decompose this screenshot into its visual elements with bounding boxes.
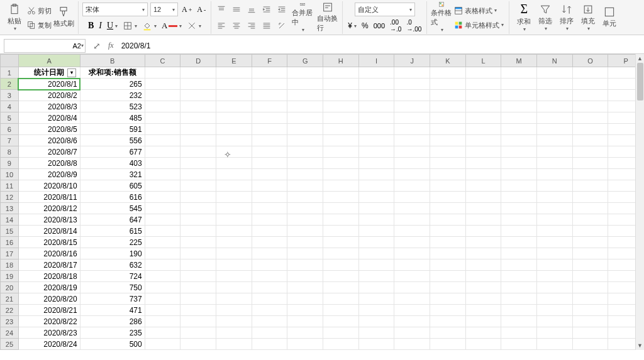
cell[interactable] <box>323 237 359 248</box>
cell[interactable] <box>430 282 465 293</box>
cell[interactable] <box>465 305 501 316</box>
align-middle-button[interactable] <box>230 3 243 16</box>
cell[interactable] <box>394 192 430 203</box>
cell[interactable] <box>430 135 465 146</box>
cell[interactable] <box>430 112 465 124</box>
cell[interactable]: 190 <box>80 248 145 259</box>
col-header-M[interactable]: M <box>501 55 537 67</box>
row-header[interactable]: 11 <box>1 180 19 192</box>
cell[interactable] <box>145 316 180 327</box>
cell-style-button[interactable]: 单元格样式▾ <box>452 18 505 32</box>
cell[interactable] <box>145 90 180 101</box>
cell[interactable] <box>287 271 323 282</box>
cell[interactable]: 750 <box>80 282 145 293</box>
cell[interactable] <box>323 339 359 350</box>
cell[interactable] <box>252 237 287 248</box>
cell[interactable] <box>572 271 608 282</box>
table-style-button[interactable]: 表格样式▾ <box>452 4 498 18</box>
cell[interactable]: 677 <box>80 146 145 158</box>
cell[interactable] <box>394 135 430 146</box>
cell[interactable] <box>287 316 323 327</box>
cell[interactable] <box>465 79 501 90</box>
cell[interactable] <box>180 214 216 226</box>
cell[interactable] <box>536 79 572 90</box>
cell[interactable] <box>145 192 180 203</box>
cell[interactable] <box>572 259 608 271</box>
cell[interactable] <box>572 203 608 214</box>
cell[interactable] <box>536 158 572 169</box>
cell[interactable] <box>501 203 537 214</box>
cell-button[interactable]: 单元 <box>599 1 620 33</box>
cell[interactable] <box>572 158 608 169</box>
row-header[interactable]: 22 <box>1 305 19 316</box>
copy-button[interactable]: 复制 <box>25 18 53 32</box>
cell[interactable] <box>216 327 252 339</box>
cell[interactable] <box>180 293 216 305</box>
cell[interactable] <box>252 112 287 124</box>
cell[interactable] <box>572 146 608 158</box>
fill-button[interactable]: 填充▾ <box>577 1 599 33</box>
col-header-K[interactable]: K <box>430 55 465 67</box>
cell[interactable] <box>536 214 572 226</box>
cell[interactable]: 2020/8/6 <box>18 135 80 146</box>
cell[interactable] <box>501 180 537 192</box>
cell[interactable] <box>252 146 287 158</box>
cell[interactable] <box>430 146 465 158</box>
decrease-indent-button[interactable] <box>260 3 273 16</box>
cell[interactable] <box>216 180 252 192</box>
cell[interactable] <box>323 203 359 214</box>
cell[interactable] <box>430 180 465 192</box>
cell[interactable] <box>252 248 287 259</box>
cell[interactable]: 632 <box>80 259 145 271</box>
cell[interactable] <box>358 305 394 316</box>
cell[interactable] <box>145 79 180 90</box>
cell[interactable] <box>572 112 608 124</box>
row-header[interactable]: 6 <box>1 124 19 135</box>
cell[interactable] <box>394 214 430 226</box>
cell[interactable] <box>216 112 252 124</box>
cell[interactable] <box>394 248 430 259</box>
cell[interactable]: 403 <box>80 158 145 169</box>
cell[interactable] <box>145 67 180 79</box>
font-color-button[interactable]: A▾ <box>160 19 183 33</box>
cell[interactable]: 2020/8/10 <box>18 180 80 192</box>
cell[interactable] <box>358 327 394 339</box>
cell[interactable] <box>287 192 323 203</box>
cell[interactable] <box>252 259 287 271</box>
col-header-F[interactable]: F <box>252 55 287 67</box>
cell[interactable] <box>501 248 537 259</box>
cell[interactable] <box>465 282 501 293</box>
cell[interactable] <box>394 169 430 180</box>
cell[interactable] <box>323 90 359 101</box>
cell[interactable] <box>216 214 252 226</box>
cell[interactable] <box>145 259 180 271</box>
cell[interactable] <box>358 67 394 79</box>
align-justify-button[interactable] <box>260 19 273 33</box>
cell[interactable] <box>536 339 572 350</box>
cell[interactable] <box>536 293 572 305</box>
cell[interactable] <box>572 339 608 350</box>
align-bottom-button[interactable] <box>245 3 258 16</box>
cell[interactable] <box>465 237 501 248</box>
col-header-J[interactable]: J <box>394 55 430 67</box>
cell[interactable] <box>180 339 216 350</box>
increase-decimal-button[interactable]: .00→.0 <box>389 19 402 33</box>
cell[interactable]: 2020/8/19 <box>18 282 80 293</box>
cell[interactable] <box>394 282 430 293</box>
col-header-N[interactable]: N <box>536 55 572 67</box>
cell[interactable] <box>465 339 501 350</box>
cell[interactable] <box>501 146 537 158</box>
cell[interactable] <box>572 90 608 101</box>
borders-button[interactable]: ▾ <box>121 19 138 33</box>
col-header-I[interactable]: I <box>358 55 394 67</box>
cell[interactable] <box>501 90 537 101</box>
cell[interactable] <box>180 316 216 327</box>
cell[interactable] <box>180 158 216 169</box>
cell[interactable]: 545 <box>80 203 145 214</box>
cell[interactable] <box>287 214 323 226</box>
col-header-A[interactable]: A <box>18 55 80 67</box>
cell[interactable] <box>252 101 287 112</box>
cell[interactable]: 2020/8/9 <box>18 169 80 180</box>
cell[interactable] <box>572 214 608 226</box>
cell[interactable]: 2020/8/22 <box>18 316 80 327</box>
